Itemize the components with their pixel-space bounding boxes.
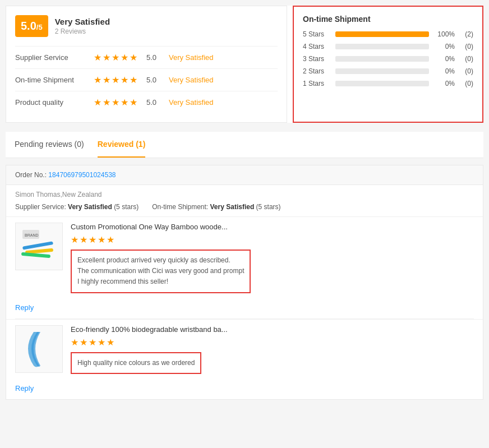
order-header: Order No.: 184706979501024538 xyxy=(6,165,483,185)
chart-count-1: (0) xyxy=(459,80,473,87)
tabs-section: Pending reviews (0) Reviewed (1) xyxy=(6,132,483,158)
ontime-label: On-time Shipment: xyxy=(152,203,208,211)
product-quality-row: Product quality ★ ★ ★ ★ ★ 5.0 Very Satis… xyxy=(15,91,278,113)
chart-count-3: (0) xyxy=(459,55,473,63)
chart-count-2: (0) xyxy=(459,67,473,75)
svg-text:BRAND: BRAND xyxy=(25,233,39,237)
ontime-shipment-chart: On-time Shipment 5 Stars 100% (2) 4 Star… xyxy=(293,6,483,123)
score-value: 5.0 xyxy=(21,20,36,32)
product-quality-stars: ★ ★ ★ ★ ★ xyxy=(94,97,137,108)
product-review-stars-wristband: ★ ★ ★ ★ ★ xyxy=(71,337,474,348)
reply-button-wristband[interactable]: Reply xyxy=(6,380,483,399)
order-number[interactable]: 184706979501024538 xyxy=(48,171,116,179)
product-quality-label: Product quality xyxy=(15,98,88,107)
product-title-bamboo[interactable]: Custom Promotional One Way Bamboo woode.… xyxy=(71,223,474,231)
ontime-service-info: On-time Shipment: Very Satisfied (5 star… xyxy=(152,203,280,211)
score-badge: 5.0/5 xyxy=(15,15,48,37)
reviewer-info: Simon Thomas,New Zealand xyxy=(6,185,483,201)
chart-pct-3: 0% xyxy=(433,55,455,63)
supplier-service-text: Very Satisfied xyxy=(169,53,214,62)
supplier-service-stars: ★ ★ ★ ★ ★ xyxy=(94,52,137,63)
chart-pct-5: 100% xyxy=(433,30,455,38)
supplier-value: Very Satisfied xyxy=(68,203,112,211)
ontime-shipment-label: On-time Shipment xyxy=(15,76,88,84)
ontime-value: Very Satisfied xyxy=(210,203,255,211)
product-review-bamboo: BRAND Custom Promotional One Way Bamboo … xyxy=(6,216,483,299)
chart-row-4stars: 4 Stars 0% (0) xyxy=(303,43,473,50)
chart-title: On-time Shipment xyxy=(303,15,473,24)
tab-pending[interactable]: Pending reviews (0) xyxy=(15,132,84,158)
bar-container-2 xyxy=(335,68,429,74)
product-quality-score: 5.0 xyxy=(146,98,163,107)
tab-reviewed[interactable]: Reviewed (1) xyxy=(98,132,146,158)
chart-row-3stars: 3 Stars 0% (0) xyxy=(303,55,473,63)
chart-count-5: (2) xyxy=(459,30,473,38)
chart-count-4: (0) xyxy=(459,43,473,50)
chart-pct-1: 0% xyxy=(433,80,455,87)
service-info: Supplier Service: Very Satisfied (5 star… xyxy=(6,201,483,216)
review-text-bamboo: Excellent product arrived very quickly a… xyxy=(71,250,251,293)
ontime-stars-text: (5 stars) xyxy=(256,203,281,211)
supplier-service-score: 5.0 xyxy=(146,53,163,62)
ontime-shipment-text: Very Satisfied xyxy=(169,76,214,84)
chart-label-2: 2 Stars xyxy=(303,67,331,75)
ontime-shipment-stars: ★ ★ ★ ★ ★ xyxy=(94,75,137,85)
review-text-wristband: High quality nice colours as we ordered xyxy=(71,352,201,374)
supplier-service-label: Supplier Service xyxy=(15,53,88,62)
supplier-stars-text: (5 stars) xyxy=(114,203,139,211)
bamboo-product-svg: BRAND xyxy=(17,224,62,269)
product-review-stars-bamboo: ★ ★ ★ ★ ★ xyxy=(71,234,474,245)
reply-button-bamboo[interactable]: Reply xyxy=(6,299,483,318)
overall-reviews: 2 Reviews xyxy=(55,27,110,35)
chart-label-5: 5 Stars xyxy=(303,30,331,38)
bar-container-1 xyxy=(335,81,429,86)
chart-pct-4: 0% xyxy=(433,43,455,50)
supplier-label: Supplier Service: xyxy=(15,203,66,211)
bar-container-5 xyxy=(335,31,429,37)
supplier-service-info: Supplier Service: Very Satisfied (5 star… xyxy=(15,203,139,211)
product-title-wristband[interactable]: Eco-friendly 100% biodegradable wristban… xyxy=(71,325,474,334)
chart-label-3: 3 Stars xyxy=(303,55,331,63)
product-quality-text: Very Satisfied xyxy=(169,98,214,107)
chart-row-1star: 1 Stars 0% (0) xyxy=(303,80,473,87)
bar-container-4 xyxy=(335,44,429,49)
order-prefix: Order No.: xyxy=(15,171,47,179)
product-details-wristband: Eco-friendly 100% biodegradable wristban… xyxy=(71,325,474,374)
ontime-shipment-score: 5.0 xyxy=(146,76,163,84)
score-denominator: /5 xyxy=(36,23,43,31)
product-image-wristband xyxy=(15,325,63,373)
chart-pct-2: 0% xyxy=(433,67,455,75)
review-card: Order No.: 184706979501024538 Simon Thom… xyxy=(6,165,483,400)
product-image-bamboo: BRAND xyxy=(15,223,63,270)
overall-ratings-panel: 5.0/5 Very Satisfied 2 Reviews Supplier … xyxy=(6,6,287,123)
overall-title: Very Satisfied xyxy=(55,17,110,26)
product-details-bamboo: Custom Promotional One Way Bamboo woode.… xyxy=(71,223,474,293)
bar-fill-5 xyxy=(335,31,429,37)
chart-label-4: 4 Stars xyxy=(303,43,331,50)
wristband-product-svg xyxy=(17,326,62,371)
bar-container-3 xyxy=(335,56,429,62)
supplier-service-row: Supplier Service ★ ★ ★ ★ ★ 5.0 Very Sati… xyxy=(15,46,278,68)
chart-row-2stars: 2 Stars 0% (0) xyxy=(303,67,473,75)
product-review-wristband: Eco-friendly 100% biodegradable wristban… xyxy=(6,319,483,380)
chart-row-5stars: 5 Stars 100% (2) xyxy=(303,30,473,38)
chart-label-1: 1 Stars xyxy=(303,80,331,87)
ontime-shipment-row: On-time Shipment ★ ★ ★ ★ ★ 5.0 Very Sati… xyxy=(15,68,278,91)
